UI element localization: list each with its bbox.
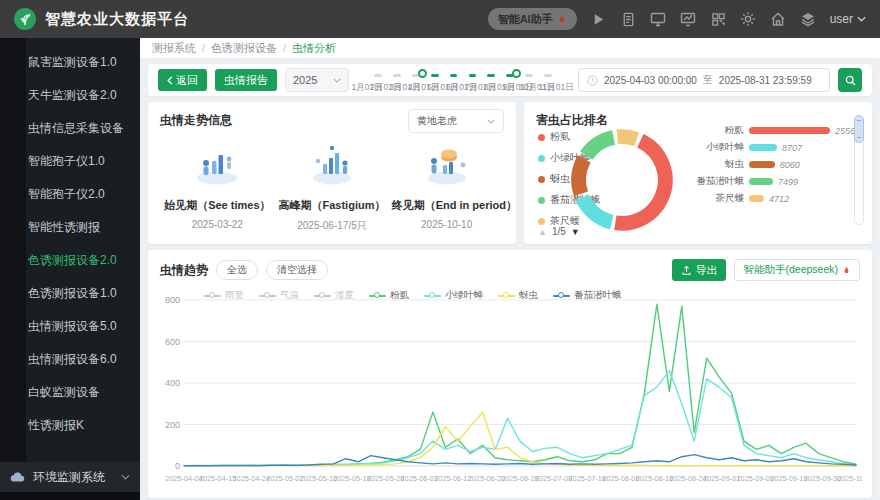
legend-dot [538,134,545,141]
document-icon[interactable] [620,11,637,28]
trend-end-illustration [419,141,475,187]
x-axis-tick: 2025-09-09 [737,474,774,483]
export-button[interactable]: 导出 [672,259,726,281]
timeline-segment[interactable] [374,74,382,77]
sidebar-item[interactable]: 虫情信息采集设备 [0,112,140,145]
year-select[interactable]: 2025 [285,68,349,92]
x-axis-tick: 2025-08-24 [669,474,706,483]
ai-assistant-label: 智能AI助手 [498,12,553,27]
bar[interactable] [749,178,773,185]
chevron-down-icon [487,119,495,124]
chart-monitor-icon[interactable] [680,11,697,28]
sidebar-item[interactable]: 鼠害监测设备1.0 [0,46,140,79]
pest-donut-chart[interactable] [556,116,688,244]
bar[interactable] [749,161,775,168]
legend-dot [538,218,545,225]
sidebar-item[interactable]: 白蚁监测设备 [0,376,140,409]
bar[interactable] [749,127,830,134]
timeline-segment[interactable] [431,74,439,77]
user-label: user [830,12,853,26]
timeline-segment[interactable] [544,74,552,77]
month-range-slider[interactable]: 1月01日2月01日3月01日4月01日5月01日6月01日7月01日8月01日… [367,65,556,95]
timeline-handle-start[interactable] [418,69,427,78]
x-axis-tick: 2025-08-06 [602,474,639,483]
pest-select[interactable]: 黄地老虎 [408,109,504,133]
report-label: 虫情报告 [224,73,268,88]
breadcrumb-separator: / [283,42,286,54]
bar[interactable] [749,195,764,202]
series-line-小绿叶蝉 [184,371,856,466]
qr-code-icon[interactable] [710,11,727,28]
sidebar-item[interactable]: 虫情测报设备5.0 [0,310,140,343]
user-menu[interactable]: user [830,12,866,26]
monitor-icon[interactable] [650,11,667,28]
gear-icon[interactable] [740,11,757,28]
x-axis-tick: 2025-06-12 [434,474,471,483]
bar-label: 蚜虫 [690,158,744,171]
date-range-end[interactable]: 2025-08-31 23:59:59 [719,75,812,86]
y-axis-tick: 600 [165,337,180,347]
ranking-bar-row: 番茄潜叶蛾7499 [690,173,860,190]
donut-scrollbar[interactable] [854,115,864,225]
date-range-picker[interactable]: 2025-04-03 00:00:00 至 2025-08-31 23:59:5… [578,68,830,92]
x-axis-tick: 2025-06-03 [401,474,438,483]
sidebar-item[interactable]: 性诱测报K [0,409,140,442]
select-all-button[interactable]: 全选 [216,260,258,280]
series-line-蚜虫 [184,412,856,466]
chevron-down-icon [857,16,866,22]
x-axis-tick: 2025-09-30 [804,474,841,483]
breadcrumb-item-device[interactable]: 色诱测报设备 [211,41,277,56]
bar-value: 4712 [769,194,789,204]
back-button[interactable]: 返回 [158,69,207,91]
play-icon[interactable] [590,11,607,28]
bar-value: 8060 [780,160,800,170]
x-axis-tick: 2025-05-10 [300,474,337,483]
pest-trend-line-chart[interactable]: 02004006008002025-04-042025-04-152025-04… [154,294,862,490]
ranking-pager: ▲ 1/5 ▼ [538,226,580,237]
x-axis-tick: 2025-07-08 [535,474,572,483]
sidebar-item[interactable]: 虫情测报设备6.0 [0,343,140,376]
x-axis-tick: 2025-05-18 [333,474,370,483]
sidebar-item[interactable]: 智能孢子仪1.0 [0,145,140,178]
sidebar-item[interactable]: 色诱测报设备1.0 [0,277,140,310]
x-axis-tick: 2025-09-19 [770,474,807,483]
layers-icon[interactable] [800,11,817,28]
timeline-segment[interactable] [525,74,533,77]
y-axis-tick: 800 [165,295,180,305]
breadcrumb-item-system[interactable]: 测报系统 [152,41,196,56]
x-axis-tick: 2025-05-26 [367,474,404,483]
pest-ranking-bars: 粉虱25562小绿叶蝉8707蚜虫8060番茄潜叶蛾7499茶尺蠖4712 [690,122,860,207]
scrollbar-thumb[interactable] [854,115,864,143]
timeline-segment[interactable] [487,74,495,77]
ai-assistant-deepseek-button[interactable]: 智能助手(deepseek) [734,259,860,281]
stage-label: 高峰期（Fastigium） [277,198,387,213]
sidebar-item[interactable]: 智能性诱测报 [0,211,140,244]
stage-value: 2025-06-17/5只 [277,219,387,233]
page-up-icon[interactable]: ▲ [538,227,547,237]
bar[interactable] [749,144,777,151]
stage-label: 终见期（End in period） [392,198,502,213]
clear-selection-button[interactable]: 清空选择 [266,260,328,280]
page-down-icon[interactable]: ▼ [571,227,580,237]
bar-label: 小绿叶蝉 [690,141,744,154]
legend-dot [538,155,545,162]
timeline-segment[interactable] [469,74,477,77]
chevron-down-icon [121,474,130,480]
sidebar-item[interactable]: 色诱测报设备2.0 [0,244,140,277]
query-button[interactable] [838,68,862,92]
sidebar-item[interactable]: 智能孢子仪2.0 [0,178,140,211]
pest-report-button[interactable]: 虫情报告 [215,69,277,91]
breadcrumb-separator: / [202,42,205,54]
chevron-left-icon [167,76,173,85]
sidebar-item[interactable]: 天牛监测设备2.0 [0,79,140,112]
timeline-segment[interactable] [393,74,401,77]
date-range-start[interactable]: 2025-04-03 00:00:00 [604,75,697,86]
back-label: 返回 [176,73,198,88]
timeline-handle-end[interactable] [512,69,521,78]
y-axis-tick: 0 [175,461,180,471]
timeline-segment[interactable] [450,74,458,77]
sidebar-item-environment-system[interactable]: 环境监测系统 [0,462,140,492]
flame-icon [557,13,567,25]
ai-assistant-button[interactable]: 智能AI助手 [488,8,577,30]
home-icon[interactable] [770,11,787,28]
